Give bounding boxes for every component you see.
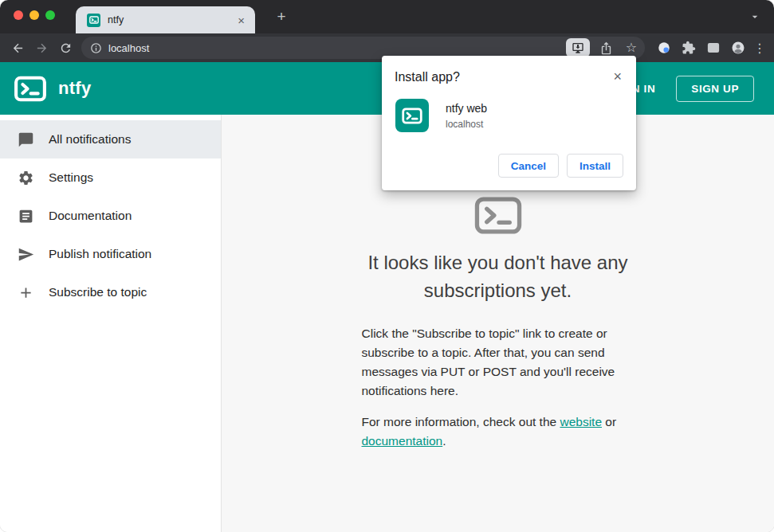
- dialog-app-origin: localhost: [446, 119, 487, 130]
- share-icon[interactable]: [596, 38, 615, 57]
- fullscreen-window-button[interactable]: [45, 10, 55, 20]
- dialog-app-row: ntfy web localhost: [395, 99, 623, 132]
- site-info-icon[interactable]: [90, 42, 102, 54]
- url-text[interactable]: localhost: [108, 42, 560, 54]
- sidebar-item-label: All notifications: [49, 132, 131, 147]
- extensions-puzzle-icon[interactable]: [679, 38, 698, 57]
- browser-window: ntfy × + localhost ☆: [0, 0, 774, 532]
- sidebar-item-label: Settings: [49, 170, 93, 185]
- more-info-suffix: .: [442, 434, 446, 448]
- sidebar-item-publish-notification[interactable]: Publish notification: [0, 235, 221, 273]
- extension-icon[interactable]: [654, 38, 674, 57]
- sidebar-item-all-notifications[interactable]: All notifications: [0, 120, 221, 158]
- empty-state-paragraph: Click the "Subscribe to topic" link to c…: [362, 324, 635, 401]
- tab-search-chevron-icon[interactable]: [748, 10, 761, 26]
- sidebar-item-settings[interactable]: Settings: [0, 158, 221, 197]
- back-icon[interactable]: [6, 37, 29, 59]
- new-tab-button[interactable]: +: [272, 7, 291, 26]
- empty-state-links-paragraph: For more information, check out the webs…: [362, 413, 635, 451]
- sidebar: All notifications Settings Documentation…: [0, 115, 222, 532]
- traffic-lights: [14, 10, 55, 20]
- toolbar-right-icons: ⋮: [654, 38, 768, 57]
- sign-up-button[interactable]: SIGN UP: [676, 76, 754, 102]
- reload-icon[interactable]: [54, 37, 77, 59]
- install-app-dialog: Install app? × ntfy web localhost Cancel…: [382, 56, 636, 190]
- dialog-close-icon[interactable]: ×: [611, 68, 623, 85]
- cancel-button[interactable]: Cancel: [498, 154, 559, 178]
- dialog-app-name: ntfy web: [446, 102, 487, 115]
- sidebar-item-label: Subscribe to topic: [49, 285, 147, 299]
- dialog-title: Install app?: [395, 68, 611, 84]
- sidebar-item-label: Documentation: [49, 209, 132, 223]
- side-panel-icon[interactable]: [704, 38, 723, 57]
- plus-icon: [17, 284, 34, 301]
- forward-icon[interactable]: [30, 37, 53, 59]
- ntfy-terminal-icon: [473, 196, 523, 235]
- gear-icon: [17, 169, 34, 186]
- more-info-middle: or: [602, 415, 616, 428]
- install-app-icon[interactable]: [566, 38, 590, 57]
- documentation-link[interactable]: documentation: [362, 434, 443, 448]
- article-icon: [17, 207, 34, 225]
- install-button[interactable]: Install: [567, 154, 623, 178]
- sidebar-item-label: Publish notification: [49, 247, 151, 261]
- empty-state-heading: It looks like you don't have any subscri…: [327, 249, 670, 305]
- send-icon: [17, 245, 34, 263]
- sidebar-item-documentation[interactable]: Documentation: [0, 197, 221, 235]
- bookmark-star-icon[interactable]: ☆: [622, 38, 641, 57]
- tab-strip: ntfy × +: [0, 0, 774, 33]
- close-window-button[interactable]: [14, 10, 23, 20]
- tab-close-icon[interactable]: ×: [235, 14, 247, 27]
- website-link[interactable]: website: [560, 415, 602, 428]
- ntfy-favicon-icon: [87, 14, 100, 27]
- chat-icon: [17, 131, 34, 148]
- minimize-window-button[interactable]: [29, 10, 39, 20]
- more-info-prefix: For more information, check out the: [362, 415, 560, 428]
- ntfy-app-icon: [395, 99, 429, 132]
- tab-title: ntfy: [108, 14, 228, 25]
- browser-menu-icon[interactable]: ⋮: [753, 41, 766, 56]
- browser-tab[interactable]: ntfy ×: [76, 6, 255, 33]
- ntfy-logo-icon: [14, 76, 47, 102]
- brand-name: ntfy: [58, 78, 92, 99]
- sidebar-item-subscribe-to-topic[interactable]: Subscribe to topic: [0, 273, 221, 311]
- profile-avatar[interactable]: [729, 38, 748, 57]
